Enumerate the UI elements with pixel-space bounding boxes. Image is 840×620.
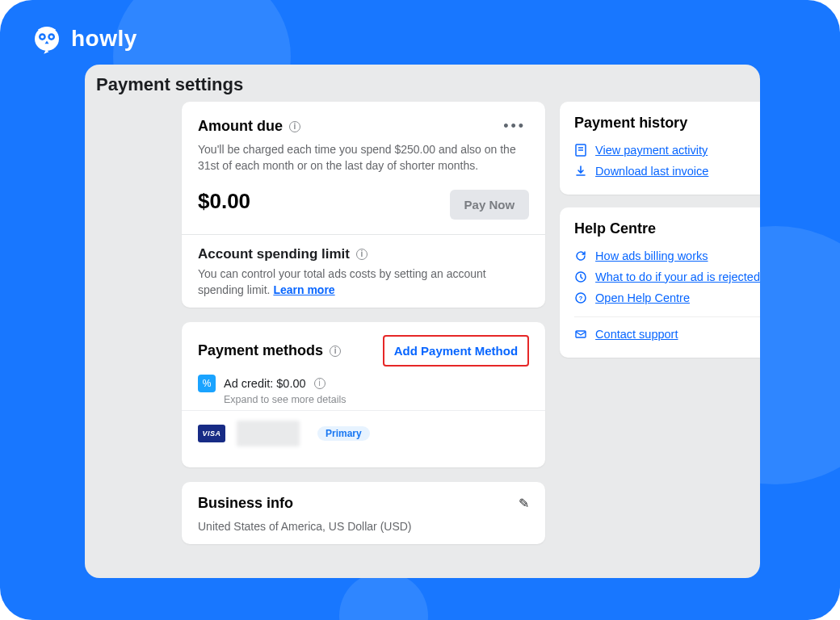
page-title: Payment settings	[85, 65, 760, 102]
ad-credit-expand-hint: Expand to see more details	[224, 394, 529, 405]
download-invoice-link[interactable]: Download last invoice	[574, 161, 760, 182]
svg-text:?: ?	[579, 295, 583, 302]
learn-more-link[interactable]: Learn more	[273, 283, 334, 296]
clock-icon	[574, 270, 587, 283]
business-info-title: Business info	[198, 495, 293, 512]
visa-icon: VISA	[198, 425, 225, 442]
spending-limit-description: You can control your total ads costs by …	[198, 267, 486, 296]
pay-now-button[interactable]: Pay Now	[450, 190, 530, 220]
primary-card-row[interactable]: VISA Primary	[198, 417, 529, 458]
svg-point-0	[35, 27, 59, 51]
amount-due-title: Amount due	[198, 118, 283, 135]
download-icon	[574, 165, 587, 178]
contact-support-link[interactable]: Contact support	[574, 324, 760, 345]
business-info-card: Business info ✎ United States of America…	[182, 482, 545, 544]
coupon-icon: %	[198, 375, 216, 392]
app-window: Payment settings Amount due i ••• You'll…	[85, 65, 760, 578]
mail-icon	[574, 328, 587, 341]
business-info-line: United States of America, US Dollar (USD…	[198, 518, 529, 534]
help-link-open[interactable]: ? Open Help Centre	[574, 287, 760, 308]
brand-name: howly	[71, 26, 137, 52]
ad-credit-row[interactable]: % Ad credit: $0.00 i	[198, 367, 529, 396]
info-icon[interactable]: i	[356, 249, 368, 260]
primary-badge: Primary	[317, 426, 370, 441]
info-icon[interactable]: i	[314, 378, 326, 389]
svg-point-3	[41, 36, 44, 39]
refresh-icon	[574, 249, 587, 262]
payment-methods-card: Payment methods i Add Payment Method % A…	[182, 322, 545, 467]
svg-rect-14	[576, 331, 586, 337]
help-centre-title: Help Centre	[574, 220, 760, 237]
payment-history-card: Payment history View payment activity Do…	[560, 102, 760, 195]
question-icon: ?	[574, 291, 587, 304]
payment-methods-title: Payment methods	[198, 342, 323, 359]
receipt-icon	[574, 144, 587, 157]
info-icon[interactable]: i	[289, 121, 300, 132]
amount-due-description: You'll be charged each time you spend $2…	[198, 141, 529, 174]
owl-icon	[31, 23, 63, 55]
help-centre-card: Help Centre How ads billing works What t…	[560, 207, 760, 358]
help-link-rejected[interactable]: What to do if your ad is rejected	[574, 266, 760, 287]
info-icon[interactable]: i	[330, 346, 341, 357]
help-link-billing[interactable]: How ads billing works	[574, 245, 760, 266]
brand-logo: howly	[31, 23, 137, 55]
view-payment-activity-link[interactable]: View payment activity	[574, 140, 760, 161]
spending-limit-title: Account spending limit	[198, 246, 350, 262]
ad-credit-label: Ad credit: $0.00	[224, 377, 306, 390]
svg-point-4	[50, 36, 53, 39]
payment-history-title: Payment history	[574, 115, 760, 132]
amount-due-card: Amount due i ••• You'll be charged each …	[182, 102, 545, 308]
add-payment-method-button[interactable]: Add Payment Method	[383, 335, 529, 367]
more-options-icon[interactable]: •••	[500, 115, 529, 138]
card-number-redacted	[237, 421, 300, 446]
edit-icon[interactable]: ✎	[519, 496, 529, 511]
